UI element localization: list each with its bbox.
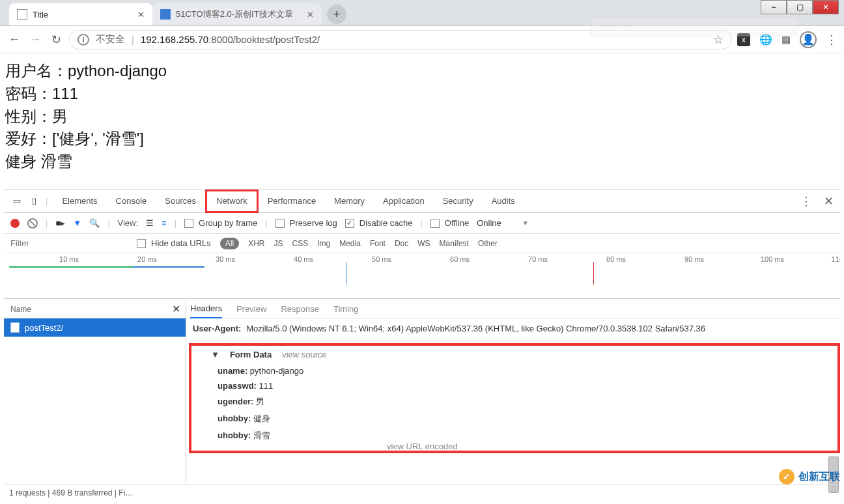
- collapse-icon[interactable]: ▼: [211, 350, 219, 359]
- filter-input[interactable]: [10, 238, 128, 248]
- devtools-tab-console[interactable]: Console: [107, 189, 156, 213]
- detail-tab-preview[interactable]: Preview: [236, 304, 266, 314]
- user-agent-row: User-Agent: Mozilla/5.0 (Windows NT 6.1;…: [186, 318, 840, 339]
- tab-51cto[interactable]: 51CTO博客2.0-原创IT技术文章 ✕: [152, 3, 322, 25]
- timeline-tick: 60 ms: [450, 255, 470, 263]
- profile-avatar[interactable]: 👤: [800, 31, 817, 48]
- devtools-tab-security[interactable]: Security: [434, 189, 483, 213]
- url-text: 192.168.255.70:8000/booktest/postTest2/: [141, 34, 320, 45]
- tab-close-icon[interactable]: ✕: [137, 10, 145, 20]
- filter-toggle-icon[interactable]: ▼: [73, 218, 81, 228]
- offline-checkbox[interactable]: Offline: [430, 218, 469, 228]
- timeline-tick: 110: [832, 255, 840, 263]
- preserve-log-checkbox[interactable]: Preserve log: [275, 218, 337, 228]
- close-button[interactable]: ✕: [813, 0, 839, 14]
- window-controls: − ▢ ✕: [761, 0, 839, 14]
- filter-type-manifest[interactable]: Manifest: [440, 239, 469, 248]
- form-data-section: ▼ Form Data view source uname: python-dj…: [189, 343, 840, 453]
- detail-tab-headers[interactable]: Headers: [190, 300, 222, 318]
- request-detail: Headers Preview Response Timing User-Age…: [186, 300, 840, 484]
- filter-type-js[interactable]: JS: [274, 239, 283, 248]
- timeline-tick: 40 ms: [294, 255, 313, 263]
- view-list-icon[interactable]: ☰: [146, 218, 154, 228]
- filter-type-ws[interactable]: WS: [417, 239, 430, 248]
- filter-type-xhr[interactable]: XHR: [248, 239, 264, 248]
- throttle-select[interactable]: Online: [477, 218, 501, 228]
- page-content: 用户名：python-django 密码：111 性别：男 爱好：['健身', …: [0, 53, 844, 177]
- content-line: 健身 滑雪: [5, 150, 839, 173]
- view-label: View:: [118, 218, 139, 228]
- minimize-button[interactable]: −: [761, 0, 787, 14]
- clear-button[interactable]: [27, 218, 38, 229]
- form-data-title: Form Data: [230, 350, 272, 359]
- detail-tab-timing[interactable]: Timing: [333, 304, 359, 314]
- filter-type-media[interactable]: Media: [339, 239, 361, 248]
- devtools-tab-audits[interactable]: Audits: [483, 189, 524, 213]
- devtools-tab-application[interactable]: Application: [374, 189, 434, 213]
- menu-button[interactable]: ⋮: [826, 33, 837, 47]
- devtools-tab-performance[interactable]: Performance: [259, 189, 325, 213]
- timeline-bar: [133, 266, 204, 268]
- forward-button[interactable]: →: [27, 32, 43, 48]
- close-detail-icon[interactable]: ✕: [172, 303, 180, 315]
- hide-data-urls-checkbox[interactable]: Hide data URLs: [137, 238, 211, 248]
- network-timeline[interactable]: 10 ms 20 ms 30 ms 40 ms 50 ms 60 ms 70 m…: [4, 253, 840, 299]
- record-button[interactable]: [10, 219, 20, 228]
- camera-icon[interactable]: ■▸: [55, 218, 65, 228]
- disable-cache-checkbox[interactable]: Disable cache: [345, 218, 413, 228]
- group-by-frame-checkbox[interactable]: Group by frame: [184, 218, 257, 228]
- back-button[interactable]: ←: [7, 32, 22, 48]
- inspect-icon[interactable]: ▭: [10, 196, 23, 206]
- request-item[interactable]: postTest2/: [4, 318, 186, 337]
- form-data-row: uname: python-django: [211, 363, 831, 378]
- filter-type-img[interactable]: Img: [317, 239, 330, 248]
- content-line: 性别：男: [5, 105, 839, 128]
- tab-label: Title: [33, 10, 48, 20]
- timeline-tick: 50 ms: [372, 255, 391, 263]
- timeline-tick: 90 ms: [684, 255, 704, 263]
- filter-type-doc[interactable]: Doc: [395, 239, 408, 248]
- timeline-tick: 20 ms: [137, 255, 157, 263]
- search-icon[interactable]: 🔍: [89, 218, 100, 228]
- form-data-row: uhobby: 健身: [211, 410, 831, 427]
- filter-type-all[interactable]: All: [220, 238, 239, 249]
- devtools-close-icon[interactable]: ✕: [824, 194, 834, 208]
- timeline-bar: [9, 266, 133, 268]
- filter-type-font[interactable]: Font: [370, 239, 386, 248]
- request-list-header[interactable]: Name ✕: [4, 300, 186, 318]
- not-secure-label: 不安全: [96, 33, 125, 46]
- detail-tab-response[interactable]: Response: [281, 304, 319, 314]
- maximize-button[interactable]: ▢: [787, 0, 813, 14]
- devtools-tab-memory[interactable]: Memory: [325, 189, 374, 213]
- timeline-tick: 30 ms: [216, 255, 235, 263]
- site-icon: [160, 9, 171, 20]
- form-data-row: uhobby: 滑雪: [211, 427, 831, 444]
- content-line: 爱好：['健身', '滑雪']: [5, 128, 839, 150]
- site-info-icon[interactable]: i: [77, 34, 89, 46]
- device-icon[interactable]: ▯: [27, 196, 40, 206]
- request-list: Name ✕ postTest2/: [4, 300, 186, 484]
- view-source-link[interactable]: view source: [282, 350, 327, 359]
- view-url-encoded-link[interactable]: view URL encoded: [387, 441, 458, 451]
- new-tab-button[interactable]: +: [327, 5, 346, 24]
- devtools-status-bar: 1 requests | 469 B transferred | Fi…: [4, 484, 840, 500]
- content-line: 用户名：python-django: [5, 60, 839, 83]
- timeline-tick: 100 ms: [761, 255, 784, 263]
- filter-type-css[interactable]: CSS: [292, 239, 308, 248]
- devtools-tab-elements[interactable]: Elements: [53, 189, 106, 213]
- timeline-marker: [346, 262, 346, 285]
- tab-close-icon[interactable]: ✕: [307, 10, 314, 20]
- tab-title[interactable]: Title ✕: [9, 3, 152, 25]
- watermark-icon: ✓: [779, 469, 795, 484]
- devtools-menu-icon[interactable]: ⋮: [800, 194, 812, 208]
- form-data-row: upasswd: 111: [211, 378, 831, 393]
- devtools-tab-sources[interactable]: Sources: [156, 189, 205, 213]
- filter-type-other[interactable]: Other: [478, 239, 498, 248]
- devtools-panel: ▭ ▯ | Elements Console Sources Network P…: [4, 189, 840, 500]
- tab-label: 51CTO博客2.0-原创IT技术文章: [176, 8, 293, 20]
- content-line: 密码：111: [5, 83, 839, 105]
- view-waterfall-icon[interactable]: ≡: [162, 218, 167, 228]
- devtools-tab-network[interactable]: Network: [205, 189, 259, 213]
- devtools-body: Name ✕ postTest2/ Headers Preview Respon…: [4, 300, 840, 484]
- reload-button[interactable]: ↻: [48, 32, 64, 48]
